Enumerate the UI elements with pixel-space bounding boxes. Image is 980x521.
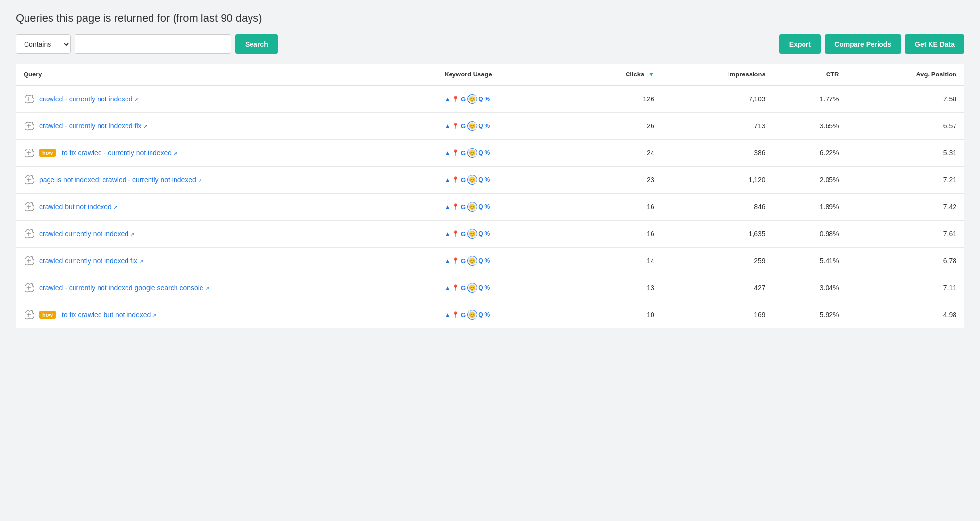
triangle-icon[interactable]: ▲ <box>444 123 451 130</box>
face-icon[interactable]: 😊 <box>467 148 477 158</box>
col-header-clicks[interactable]: Clicks ▼ <box>569 64 662 85</box>
google-icon[interactable]: G <box>461 311 466 319</box>
face-icon[interactable]: 😊 <box>467 202 477 212</box>
pin-icon[interactable]: 📍 <box>452 96 459 102</box>
q-icon[interactable]: Q <box>478 284 483 291</box>
keyword-icons: ▲ 📍 G 😊 Q % <box>444 256 561 266</box>
google-icon[interactable]: G <box>461 149 466 157</box>
pin-icon[interactable]: 📍 <box>452 284 459 291</box>
face-icon[interactable]: 😊 <box>467 94 477 104</box>
query-link[interactable]: to fix crawled but not indexed↗ <box>62 311 156 319</box>
pin-icon[interactable]: 📍 <box>452 311 459 318</box>
triangle-icon[interactable]: ▲ <box>444 96 451 103</box>
percent-icon[interactable]: % <box>485 176 490 183</box>
search-button[interactable]: Search <box>235 34 278 54</box>
triangle-icon[interactable]: ▲ <box>444 176 451 184</box>
external-link-icon: ↗ <box>205 285 209 291</box>
face-icon[interactable]: 😊 <box>467 229 477 239</box>
toolbar: Contains Starts with Ends with Equals Se… <box>16 34 964 54</box>
percent-icon[interactable]: % <box>485 230 490 237</box>
col-header-query: Query <box>16 64 436 85</box>
q-icon[interactable]: Q <box>478 123 483 129</box>
query-cell: crawled - currently not indexed google s… <box>16 274 436 301</box>
keyword-usage-cell: ▲ 📍 G 😊 Q % <box>436 167 569 194</box>
query-link[interactable]: crawled but not indexed↗ <box>39 203 118 211</box>
pin-icon[interactable]: 📍 <box>452 176 459 183</box>
impressions-cell: 259 <box>662 248 774 274</box>
table-row: crawled - currently not indexed↗ ▲ 📍 G 😊… <box>16 85 964 113</box>
query-link[interactable]: crawled currently not indexed↗ <box>39 230 134 238</box>
q-icon[interactable]: Q <box>478 257 483 264</box>
query-link[interactable]: crawled currently not indexed fix↗ <box>39 257 143 265</box>
face-icon[interactable]: 😊 <box>467 175 477 185</box>
ke-data-button[interactable]: Get KE Data <box>905 34 964 54</box>
face-icon[interactable]: 😊 <box>467 310 477 320</box>
q-icon[interactable]: Q <box>478 149 483 156</box>
google-icon[interactable]: G <box>461 203 466 211</box>
search-input[interactable] <box>75 34 231 54</box>
triangle-icon[interactable]: ▲ <box>444 257 451 265</box>
how-badge: how <box>39 311 56 319</box>
table-row: crawled currently not indexed fix↗ ▲ 📍 G… <box>16 248 964 274</box>
percent-icon[interactable]: % <box>485 203 490 210</box>
query-cell: crawled - currently not indexed↗ <box>16 85 436 113</box>
pin-icon[interactable]: 📍 <box>452 123 459 129</box>
google-icon[interactable]: G <box>461 176 466 184</box>
percent-icon[interactable]: % <box>485 284 490 291</box>
table-row: crawled but not indexed↗ ▲ 📍 G 😊 Q % 168… <box>16 194 964 221</box>
query-link[interactable]: to fix crawled - currently not indexed↗ <box>62 149 177 157</box>
external-link-icon: ↗ <box>113 204 118 210</box>
google-icon[interactable]: G <box>461 284 466 292</box>
query-link[interactable]: crawled - currently not indexed fix↗ <box>39 122 148 130</box>
q-icon[interactable]: Q <box>478 203 483 210</box>
impressions-cell: 1,120 <box>662 167 774 194</box>
face-icon[interactable]: 😊 <box>467 283 477 293</box>
q-icon[interactable]: Q <box>478 311 483 318</box>
query-cell: crawled - currently not indexed fix↗ <box>16 113 436 140</box>
ctr-cell: 3.65% <box>774 113 847 140</box>
export-button[interactable]: Export <box>779 34 821 54</box>
percent-icon[interactable]: % <box>485 257 490 264</box>
q-icon[interactable]: Q <box>478 96 483 102</box>
chatgpt-icon <box>24 121 34 131</box>
percent-icon[interactable]: % <box>485 311 490 318</box>
face-icon[interactable]: 😊 <box>467 256 477 266</box>
triangle-icon[interactable]: ▲ <box>444 203 451 211</box>
triangle-icon[interactable]: ▲ <box>444 284 451 292</box>
pin-icon[interactable]: 📍 <box>452 230 459 237</box>
chatgpt-icon <box>24 174 34 185</box>
google-icon[interactable]: G <box>461 257 466 265</box>
triangle-icon[interactable]: ▲ <box>444 311 451 319</box>
chatgpt-icon <box>24 94 34 104</box>
ctr-cell: 2.05% <box>774 167 847 194</box>
query-link[interactable]: crawled - currently not indexed google s… <box>39 284 209 292</box>
filter-select[interactable]: Contains Starts with Ends with Equals <box>16 34 71 54</box>
percent-icon[interactable]: % <box>485 149 490 156</box>
percent-icon[interactable]: % <box>485 96 490 102</box>
pin-icon[interactable]: 📍 <box>452 257 459 264</box>
google-icon[interactable]: G <box>461 230 466 238</box>
impressions-cell: 169 <box>662 301 774 328</box>
google-icon[interactable]: G <box>461 123 466 130</box>
q-icon[interactable]: Q <box>478 176 483 183</box>
external-link-icon: ↗ <box>198 177 202 183</box>
google-icon[interactable]: G <box>461 96 466 103</box>
triangle-icon[interactable]: ▲ <box>444 230 451 238</box>
pin-icon[interactable]: 📍 <box>452 149 459 156</box>
compare-button[interactable]: Compare Periods <box>825 34 901 54</box>
q-icon[interactable]: Q <box>478 230 483 237</box>
keyword-usage-cell: ▲ 📍 G 😊 Q % <box>436 140 569 167</box>
pin-icon[interactable]: 📍 <box>452 203 459 210</box>
chatgpt-icon <box>24 255 34 266</box>
col-header-ctr: CTR <box>774 64 847 85</box>
clicks-cell: 14 <box>569 248 662 274</box>
query-link[interactable]: page is not indexed: crawled - currently… <box>39 176 202 184</box>
table-row: howto fix crawled - currently not indexe… <box>16 140 964 167</box>
query-link[interactable]: crawled - currently not indexed↗ <box>39 95 139 103</box>
face-icon[interactable]: 😊 <box>467 121 477 131</box>
chatgpt-icon <box>24 201 34 212</box>
triangle-icon[interactable]: ▲ <box>444 149 451 157</box>
table-header-row: Query Keyword Usage Clicks ▼ Impressions… <box>16 64 964 85</box>
page-title: Queries this page is returned for (from … <box>16 12 964 25</box>
percent-icon[interactable]: % <box>485 123 490 129</box>
